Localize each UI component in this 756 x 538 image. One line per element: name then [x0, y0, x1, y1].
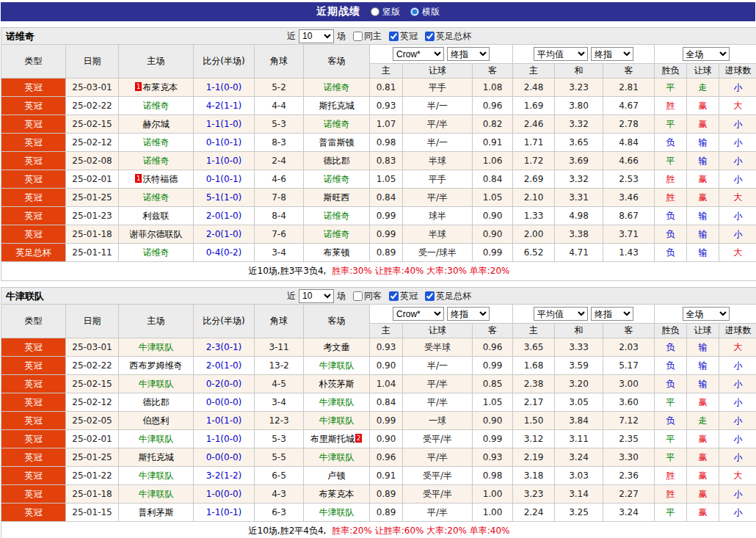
match-date: 25-02-05 — [66, 412, 119, 430]
result-handicap: 赢 — [687, 189, 719, 207]
horizontal-radio[interactable] — [410, 7, 419, 16]
scope-select[interactable]: 全场 — [683, 307, 730, 321]
scope-select[interactable]: 全场 — [683, 47, 730, 61]
away-team-name[interactable]: 普雷斯顿 — [319, 137, 355, 148]
away-team-name[interactable]: 布莱克本 — [319, 489, 355, 499]
avg-home: 6.52 — [513, 244, 555, 262]
home-team-name[interactable]: 利兹联 — [143, 211, 170, 221]
away-team-cell: 诺维奇 — [304, 115, 370, 134]
filter-championship[interactable]: 英冠 — [389, 30, 418, 43]
away-team-name[interactable]: 牛津联队 — [319, 360, 355, 371]
recent-count-select[interactable]: 10 — [299, 29, 334, 43]
corner-score: 7-8 — [255, 189, 304, 207]
away-team-name[interactable]: 德比郡 — [324, 156, 350, 166]
championship-checkbox[interactable] — [389, 291, 399, 301]
home-team-name[interactable]: 谢菲尔德联队 — [130, 229, 183, 239]
avg-home: 2.24 — [513, 504, 555, 522]
home-team-name[interactable]: 诺维奇 — [143, 101, 170, 111]
home-team-name[interactable]: 诺维奇 — [143, 247, 170, 258]
same-away-checkbox[interactable] — [353, 291, 363, 301]
odds-company-select[interactable]: Crow* — [393, 47, 444, 61]
home-team-cell: 牛津联队 — [119, 338, 194, 357]
away-team-name[interactable]: 斯旺西 — [324, 192, 350, 203]
away-team-name[interactable]: 牛津联队 — [319, 397, 355, 407]
layout-option-vertical[interactable]: 竖版 — [371, 6, 400, 18]
match-date: 25-02-08 — [66, 152, 119, 170]
handicap-odds-group: Crow* 终指 — [370, 305, 513, 324]
home-team-name[interactable]: 斯托克城 — [139, 452, 174, 462]
home-team-name[interactable]: 普利茅斯 — [139, 507, 174, 517]
team-filter-cell: 诺维奇 近 10 场 同主 英冠 英足总杯 — [1, 28, 756, 45]
home-team-name[interactable]: 德比郡 — [143, 397, 170, 407]
away-team-name[interactable]: 牛津联队 — [319, 452, 355, 462]
home-team-name[interactable]: 牛津联队 — [139, 434, 174, 444]
fa-cup-checkbox[interactable] — [425, 32, 435, 41]
avg-home: 2.17 — [513, 393, 555, 412]
odds-time-select[interactable]: 终指 — [447, 47, 490, 61]
recent-count-select[interactable]: 10 — [299, 289, 334, 303]
home-team-name[interactable]: 牛津联队 — [139, 489, 174, 499]
odds-away: 0.98 — [473, 467, 513, 485]
home-team-name[interactable]: 伯恩利 — [143, 415, 170, 426]
home-team-name[interactable]: 牛津联队 — [139, 342, 174, 352]
home-team-name[interactable]: 诺维奇 — [143, 192, 170, 203]
odds-time-select[interactable]: 终指 — [447, 307, 490, 321]
recent-matches-table-norwich: 诺维奇 近 10 场 同主 英冠 英足总杯 — [1, 27, 756, 281]
vertical-radio-label: 竖版 — [382, 6, 400, 18]
filter-same-away[interactable]: 同客 — [353, 290, 382, 302]
odds-away: 1.00 — [473, 485, 513, 504]
league-type-badge: 英冠 — [1, 170, 66, 189]
home-team-name[interactable]: 布莱克本 — [142, 82, 178, 92]
away-team-name[interactable]: 布莱顿 — [324, 247, 350, 258]
filter-fa-cup[interactable]: 英足总杯 — [425, 290, 471, 302]
away-team-name[interactable]: 诺维奇 — [324, 229, 350, 239]
away-team-name[interactable]: 朴茨茅斯 — [319, 379, 355, 389]
away-team-name[interactable]: 斯托克城 — [319, 101, 355, 111]
home-team-name[interactable]: 沃特福德 — [142, 174, 178, 184]
match-row: 英冠25-02-12诺维奇0-1(0-1)8-3普雷斯顿0.98半/一0.911… — [1, 134, 756, 152]
away-team-name[interactable]: 诺维奇 — [324, 82, 350, 92]
home-team-name[interactable]: 牛津联队 — [139, 379, 174, 389]
avg-home: 3.18 — [513, 467, 555, 485]
away-team-name[interactable]: 牛津联队 — [319, 415, 355, 426]
odds-company-select[interactable]: Crow* — [393, 307, 444, 321]
fa-cup-checkbox[interactable] — [425, 291, 435, 301]
filter-championship[interactable]: 英冠 — [389, 290, 418, 302]
home-team-name[interactable]: 西布罗姆维奇 — [130, 360, 183, 371]
league-type-badge: 英冠 — [1, 115, 66, 134]
away-team-name[interactable]: 诺维奇 — [324, 119, 350, 129]
home-team-name[interactable]: 诺维奇 — [143, 156, 170, 166]
avg-odds-select[interactable]: 平均值 — [534, 307, 588, 321]
away-team-name[interactable]: 牛津联队 — [319, 507, 355, 517]
league-type-badge: 英冠 — [1, 412, 66, 430]
same-home-checkbox[interactable] — [353, 32, 363, 41]
odds-home: 1.04 — [370, 375, 403, 393]
filter-same-home[interactable]: 同主 — [353, 30, 382, 43]
away-team-name[interactable]: 诺维奇 — [324, 211, 350, 221]
avg-time-select[interactable]: 终指 — [591, 307, 633, 321]
vertical-radio[interactable] — [371, 7, 379, 16]
corner-score: 8-3 — [255, 134, 304, 152]
avg-draw: 3.23 — [555, 79, 603, 97]
avg-time-select[interactable]: 终指 — [591, 47, 633, 61]
away-team-name[interactable]: 考文垂 — [324, 342, 350, 352]
avg-home: 2.10 — [513, 189, 555, 207]
col-corner: 角球 — [255, 45, 304, 79]
avg-odds-select[interactable]: 平均值 — [534, 47, 588, 61]
home-team-name[interactable]: 牛津联队 — [139, 470, 174, 481]
team-name: 牛津联队 — [6, 288, 44, 305]
away-team-name[interactable]: 卢顿 — [328, 470, 346, 481]
away-team-name[interactable]: 布里斯托城 — [310, 434, 355, 444]
match-row: 英冠25-01-25诺维奇5-1(1-0)7-8斯旺西0.84平/半1.052.… — [1, 189, 756, 207]
home-team-name[interactable]: 诺维奇 — [143, 137, 170, 148]
away-team-name[interactable]: 诺维奇 — [324, 174, 350, 184]
filter-controls: 近 10 场 同客 英冠 英足总杯 — [287, 289, 471, 303]
filter-fa-cup[interactable]: 英足总杯 — [425, 30, 471, 43]
championship-checkbox[interactable] — [389, 32, 399, 41]
home-team-cell: 德比郡 — [119, 393, 194, 412]
result-outcome: 平 — [655, 504, 687, 522]
home-team-name[interactable]: 赫尔城 — [143, 119, 170, 129]
layout-option-horizontal[interactable]: 横版 — [410, 6, 440, 18]
col-odds-away: 客 — [473, 64, 513, 79]
match-row: 英冠25-01-15普利茅斯1-1(0-1)6-3牛津联队0.89平/半1.00… — [1, 504, 756, 522]
